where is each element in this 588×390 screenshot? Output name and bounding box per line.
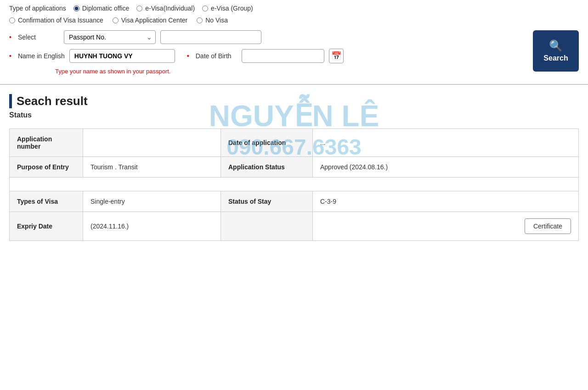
app-number-header: Application number	[10, 129, 83, 157]
expiry-col2	[221, 212, 313, 241]
select-label: Select	[18, 33, 59, 41]
purpose-header: Purpose of Entry	[10, 157, 83, 178]
radio-diplomatic-input[interactable]	[74, 6, 79, 11]
type-label: Type of applications	[9, 5, 66, 12]
select-required-star: •	[9, 33, 11, 41]
radio-novisa-input[interactable]	[197, 17, 203, 23]
date-app-header: Date of application	[221, 129, 313, 157]
name-input[interactable]	[69, 49, 175, 63]
stay-status-value: C-3-9	[313, 191, 579, 212]
radio-evisa-group[interactable]: e-Visa (Group)	[202, 5, 253, 12]
result-table: Application number Date of application .…	[9, 128, 579, 241]
stay-status-header: Status of Stay	[221, 191, 313, 212]
passport-input[interactable]	[160, 30, 261, 44]
table-row: Expriy Date (2024.11.16.) Certificate	[10, 212, 579, 241]
radio-confirmation-input[interactable]	[9, 17, 15, 23]
radio-vac-input[interactable]	[113, 17, 119, 23]
select-wrapper[interactable]: Passport No. Application No. ⌄	[64, 30, 156, 44]
search-button[interactable]: 🔍 Search	[533, 30, 579, 72]
name-label: Name in English	[18, 52, 65, 60]
dob-input[interactable]	[242, 49, 324, 63]
radio-evisa-individual-input[interactable]	[136, 6, 142, 11]
visa-type-header: Types of Visa	[10, 191, 83, 212]
name-required-star: •	[9, 52, 11, 60]
visa-type-value: Single-entry	[83, 191, 221, 212]
radio-evisa-group-input[interactable]	[202, 6, 208, 11]
app-number-value	[83, 129, 221, 157]
radio-diplomatic-label: Diplomatic office	[82, 5, 129, 12]
radio-evisa-individual[interactable]: e-Visa(Individual)	[136, 5, 195, 12]
expiry-value: (2024.11.16.)	[83, 212, 221, 241]
expiry-header: Expriy Date	[10, 212, 83, 241]
radio-evisa-individual-label: e-Visa(Individual)	[145, 5, 195, 12]
calendar-icon[interactable]: 📅	[329, 49, 344, 63]
radio-evisa-group-label: e-Visa (Group)	[211, 5, 253, 12]
radio-vac[interactable]: Visa Application Center	[113, 17, 188, 24]
radio-diplomatic[interactable]: Diplomatic office	[74, 5, 129, 12]
table-row: Purpose of Entry Tourism . Transit Appli…	[10, 157, 579, 178]
hint-text: Type your name as shown in your passport…	[55, 68, 526, 75]
dob-label: Date of Birth	[196, 52, 237, 60]
radio-vac-label: Visa Application Center	[121, 17, 188, 24]
table-row: Application number Date of application .…	[10, 129, 579, 157]
search-label: Search	[543, 54, 568, 62]
app-status-value: Approved (2024.08.16.)	[313, 157, 579, 178]
certificate-button[interactable]: Certificate	[525, 218, 571, 234]
radio-confirmation[interactable]: Confirmation of Visa Issuance	[9, 17, 103, 24]
date-app-value: ...	[313, 129, 579, 157]
radio-novisa[interactable]: No Visa	[197, 17, 228, 24]
spacer-row	[10, 178, 579, 191]
status-label: Status	[9, 111, 579, 119]
purpose-value: Tourism . Transit	[83, 157, 221, 178]
dob-required-star: •	[187, 52, 189, 60]
select-dropdown[interactable]: Passport No. Application No.	[64, 30, 156, 44]
table-row: Types of Visa Single-entry Status of Sta…	[10, 191, 579, 212]
radio-confirmation-label: Confirmation of Visa Issuance	[18, 17, 103, 24]
radio-novisa-label: No Visa	[205, 17, 228, 24]
app-status-header: Application Status	[221, 157, 313, 178]
result-title: Seach result	[9, 94, 579, 108]
search-icon: 🔍	[549, 39, 563, 52]
certificate-cell: Certificate	[313, 212, 579, 241]
